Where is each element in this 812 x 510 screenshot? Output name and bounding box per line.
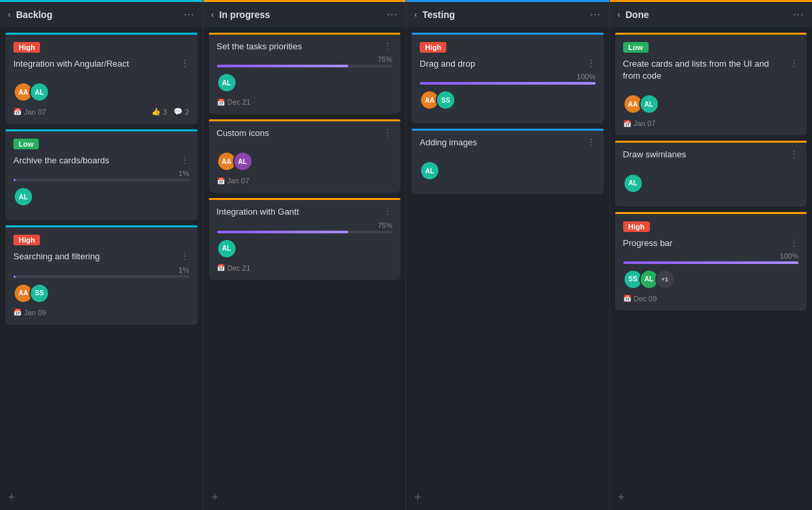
card-accent bbox=[5, 33, 197, 35]
card-menu-button[interactable]: ⋮ bbox=[180, 155, 189, 165]
card[interactable]: HighDrag and drop⋮100%AASS bbox=[412, 33, 604, 123]
progress-bar-container: 1% bbox=[13, 179, 189, 181]
card-menu-button[interactable]: ⋮ bbox=[586, 137, 596, 147]
date-text: Dec 21 bbox=[228, 264, 251, 272]
column-header: ‹Done··· bbox=[610, 2, 813, 27]
card-menu-button[interactable]: ⋮ bbox=[586, 58, 596, 69]
progress-bar-track bbox=[420, 82, 596, 85]
add-card-button[interactable]: + bbox=[0, 485, 203, 510]
card[interactable]: LowArchive the cards/boards⋮1%AL bbox=[5, 129, 197, 220]
avatar: AL bbox=[420, 161, 440, 181]
card[interactable]: Adding images⋮AL bbox=[412, 129, 604, 194]
progress-bar-container: 1% bbox=[13, 275, 189, 278]
card-accent bbox=[209, 33, 401, 35]
card[interactable]: HighProgress bar⋮100%SSAL+1📅Dec 09 bbox=[615, 212, 807, 311]
avatar: AL bbox=[233, 151, 253, 171]
add-card-button[interactable]: + bbox=[204, 485, 406, 510]
column-body: HighIntegration with Angular/React⋮AAAL📅… bbox=[0, 27, 203, 485]
date-text: Jan 07 bbox=[24, 108, 46, 116]
avatar-group: AAAL bbox=[623, 94, 799, 114]
column-header-left: ‹Backlog bbox=[8, 9, 52, 20]
card-header-row: Integration with Gantt⋮ bbox=[217, 206, 393, 225]
progress-bar-fill bbox=[217, 231, 349, 233]
avatar: AL bbox=[623, 173, 643, 193]
avatar-group: AAAL bbox=[13, 82, 189, 102]
comment-count[interactable]: 💬 2 bbox=[173, 107, 189, 116]
date-text: Jan 07 bbox=[634, 119, 656, 127]
card-header-row: Draw swimlanes⋮ bbox=[623, 149, 799, 167]
card-title: Progress bar bbox=[623, 237, 673, 249]
progress-label: 1% bbox=[179, 266, 189, 274]
column-header-left: ‹Done bbox=[618, 9, 649, 20]
comment-icon: 💬 bbox=[173, 107, 183, 116]
column-body: LowCreate cards and lists from the UI an… bbox=[610, 27, 813, 485]
column-header: ‹Backlog··· bbox=[0, 2, 203, 27]
column-menu-button[interactable]: ··· bbox=[183, 9, 194, 21]
priority-badge: High bbox=[420, 42, 446, 53]
column-header: ‹Testing··· bbox=[406, 2, 609, 27]
card-menu-button[interactable]: ⋮ bbox=[383, 127, 392, 138]
priority-badge: High bbox=[13, 235, 40, 245]
column-body: HighDrag and drop⋮100%AASSAdding images⋮… bbox=[406, 27, 609, 485]
avatar-group: AL bbox=[420, 161, 596, 181]
card-accent bbox=[209, 119, 401, 121]
chevron-left-icon[interactable]: ‹ bbox=[8, 10, 11, 19]
column-title: Testing bbox=[422, 9, 455, 20]
card-title: Set the tasks priorities bbox=[217, 41, 302, 53]
column-menu-button[interactable]: ··· bbox=[793, 9, 804, 21]
card[interactable]: Custom icons⋮AAAL📅Jan 07 bbox=[209, 119, 401, 193]
calendar-icon: 📅 bbox=[217, 177, 225, 185]
card-accent bbox=[412, 129, 604, 131]
card-menu-button[interactable]: ⋮ bbox=[789, 58, 799, 69]
progress-bar-track bbox=[13, 275, 189, 278]
calendar-icon: 📅 bbox=[13, 108, 21, 115]
like-count[interactable]: 👍 3 bbox=[151, 107, 167, 116]
card-title: Create cards and lists from the UI and f… bbox=[623, 58, 786, 82]
add-card-button[interactable]: + bbox=[406, 485, 609, 510]
date-text: Jan 07 bbox=[228, 177, 250, 185]
priority-badge: High bbox=[13, 42, 40, 53]
card-menu-button[interactable]: ⋮ bbox=[383, 41, 392, 51]
card[interactable]: LowCreate cards and lists from the UI an… bbox=[615, 33, 807, 135]
card[interactable]: HighSearching and filtering⋮1%AASS📅Jan 0… bbox=[5, 225, 197, 324]
avatar: AL bbox=[13, 187, 33, 207]
card-header-row: Progress bar⋮ bbox=[623, 237, 799, 256]
card[interactable]: HighIntegration with Angular/React⋮AAAL📅… bbox=[5, 33, 197, 124]
progress-label: 100% bbox=[780, 252, 799, 260]
card-actions: 👍 3💬 2 bbox=[151, 107, 189, 116]
card-menu-button[interactable]: ⋮ bbox=[180, 58, 189, 69]
card-header-row: Archive the cards/boards⋮ bbox=[13, 155, 189, 173]
card-accent bbox=[5, 129, 197, 131]
add-card-button[interactable]: + bbox=[610, 485, 813, 510]
card-accent bbox=[615, 212, 807, 214]
card-date: 📅Dec 21 bbox=[217, 98, 251, 106]
column-menu-button[interactable]: ··· bbox=[590, 9, 600, 21]
progress-bar-track bbox=[623, 261, 799, 264]
progress-label: 1% bbox=[179, 169, 189, 177]
card-menu-button[interactable]: ⋮ bbox=[180, 251, 189, 261]
progress-bar-fill bbox=[217, 65, 349, 67]
card-header-row: Integration with Angular/React⋮ bbox=[13, 58, 189, 77]
calendar-icon: 📅 bbox=[217, 99, 225, 106]
card-menu-button[interactable]: ⋮ bbox=[789, 237, 799, 248]
card-title: Archive the cards/boards bbox=[13, 155, 109, 167]
card[interactable]: Draw swimlanes⋮AL bbox=[615, 141, 807, 206]
column-backlog: ‹Backlog···HighIntegration with Angular/… bbox=[0, 0, 204, 510]
chevron-left-icon[interactable]: ‹ bbox=[212, 10, 214, 19]
column-title: Done bbox=[626, 9, 649, 20]
progress-label: 100% bbox=[576, 73, 595, 81]
card-menu-button[interactable]: ⋮ bbox=[383, 206, 392, 217]
chevron-left-icon[interactable]: ‹ bbox=[414, 10, 417, 19]
column-inprogress: ‹In progress···Set the tasks priorities⋮… bbox=[204, 0, 407, 510]
card-menu-button[interactable]: ⋮ bbox=[789, 149, 799, 159]
progress-bar-container: 75% bbox=[217, 231, 393, 233]
card-header-row: Custom icons⋮ bbox=[217, 127, 393, 146]
card-accent bbox=[209, 198, 401, 200]
avatar: +1 bbox=[655, 269, 675, 289]
chevron-left-icon[interactable]: ‹ bbox=[618, 10, 621, 19]
progress-bar-track bbox=[217, 65, 393, 67]
avatar-group: AL bbox=[13, 187, 189, 207]
card[interactable]: Set the tasks priorities⋮75%AL📅Dec 21 bbox=[209, 33, 401, 114]
column-menu-button[interactable]: ··· bbox=[387, 9, 398, 21]
card[interactable]: Integration with Gantt⋮75%AL📅Dec 21 bbox=[209, 198, 401, 279]
